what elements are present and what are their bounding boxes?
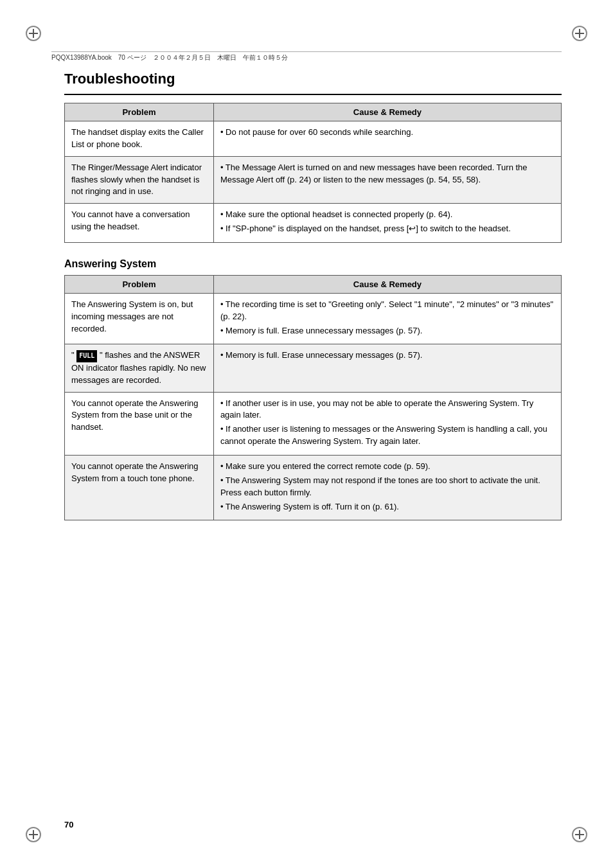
remedy-item: If another user is listening to messages…: [220, 423, 555, 448]
table-row: The Ringer/Message Alert indicator flash…: [65, 156, 562, 204]
full-badge: FULL: [76, 350, 97, 362]
troubleshooting-table: Problem Cause & Remedy The handset displ…: [64, 103, 562, 243]
problem-header: Problem: [65, 275, 214, 293]
corner-mark-bl: [26, 823, 45, 842]
troubleshooting-title: Troubleshooting: [64, 71, 562, 87]
corner-mark-tr: [568, 26, 587, 45]
table-header-row: Problem Cause & Remedy: [65, 275, 562, 293]
table-row: The handset display exits the Caller Lis…: [65, 121, 562, 157]
remedy-item: Make sure you entered the correct remote…: [220, 461, 555, 473]
remedy-cell: If another user is in use, you may not b…: [213, 392, 561, 455]
problem-text: The Ringer/Message Alert indicator flash…: [71, 163, 202, 197]
header-line: PQQX13988YA.book 70 ページ ２００４年２月５日 木曜日 午前…: [51, 51, 562, 62]
problem-cell: You cannot have a conversation using the…: [65, 204, 214, 243]
problem-text: The Answering System is on, but incoming…: [71, 299, 193, 333]
remedy-item: The recording time is set to "Greeting o…: [220, 299, 555, 323]
page: PQQX13988YA.book 70 ページ ２００４年２月５日 木曜日 午前…: [0, 0, 613, 868]
remedy-item: Memory is full. Erase unnecessary messag…: [220, 325, 555, 337]
table-row: You cannot operate the Answering System …: [65, 392, 562, 455]
table-row: You cannot operate the Answering System …: [65, 456, 562, 520]
problem-text: The handset display exits the Caller Lis…: [71, 127, 204, 149]
problem-cell: You cannot operate the Answering System …: [65, 392, 214, 455]
answering-system-table: Problem Cause & Remedy The Answering Sys…: [64, 275, 562, 520]
table-row: The Answering System is on, but incoming…: [65, 293, 562, 344]
remedy-cell: • The Message Alert is turned on and new…: [213, 156, 561, 204]
remedy-item: The Answering System is off. Turn it on …: [220, 501, 555, 513]
remedy-item: If "SP-phone" is displayed on the handse…: [220, 223, 555, 235]
remedy-cell: • Do not pause for over 60 seconds while…: [213, 121, 561, 157]
table-row: " FULL " flashes and the ANSWER ON indic…: [65, 344, 562, 392]
problem-header: Problem: [65, 103, 214, 121]
answering-system-title: Answering System: [64, 258, 562, 270]
remedy-header: Cause & Remedy: [213, 275, 561, 293]
remedy-text: • Do not pause for over 60 seconds while…: [220, 127, 413, 137]
problem-cell: The Ringer/Message Alert indicator flash…: [65, 156, 214, 204]
answering-system-section: Answering System Problem Cause & Remedy …: [64, 258, 562, 520]
remedy-cell: Memory is full. Erase unnecessary messag…: [213, 344, 561, 392]
troubleshooting-section: Troubleshooting Problem Cause & Remedy T…: [64, 71, 562, 243]
problem-text: " FULL " flashes and the ANSWER ON indic…: [71, 350, 206, 384]
problem-cell: You cannot operate the Answering System …: [65, 456, 214, 520]
remedy-text: • The Message Alert is turned on and new…: [220, 163, 528, 184]
table-header-row: Problem Cause & Remedy: [65, 103, 562, 121]
remedy-cell: The recording time is set to "Greeting o…: [213, 293, 561, 344]
problem-cell: The handset display exits the Caller Lis…: [65, 121, 214, 157]
remedy-cell: Make sure the optional headset is connec…: [213, 204, 561, 243]
problem-text: You cannot operate the Answering System …: [71, 461, 199, 483]
page-number: 70: [64, 820, 73, 829]
remedy-cell: Make sure you entered the correct remote…: [213, 456, 561, 520]
problem-cell: The Answering System is on, but incoming…: [65, 293, 214, 344]
remedy-item: Make sure the optional headset is connec…: [220, 209, 555, 221]
table-row: You cannot have a conversation using the…: [65, 204, 562, 243]
remedy-item: The Answering System may not respond if …: [220, 475, 555, 499]
corner-mark-br: [568, 823, 587, 842]
remedy-header: Cause & Remedy: [213, 103, 561, 121]
remedy-item: If another user is in use, you may not b…: [220, 398, 555, 422]
title-divider: [64, 94, 562, 95]
remedy-item: Memory is full. Erase unnecessary messag…: [220, 350, 555, 362]
corner-mark-tl: [26, 26, 45, 45]
content-area: Troubleshooting Problem Cause & Remedy T…: [64, 71, 562, 804]
problem-text: You cannot operate the Answering System …: [71, 398, 199, 432]
problem-text: You cannot have a conversation using the…: [71, 209, 190, 231]
header-text: PQQX13988YA.book 70 ページ ２００４年２月５日 木曜日 午前…: [51, 54, 288, 61]
problem-cell: " FULL " flashes and the ANSWER ON indic…: [65, 344, 214, 392]
